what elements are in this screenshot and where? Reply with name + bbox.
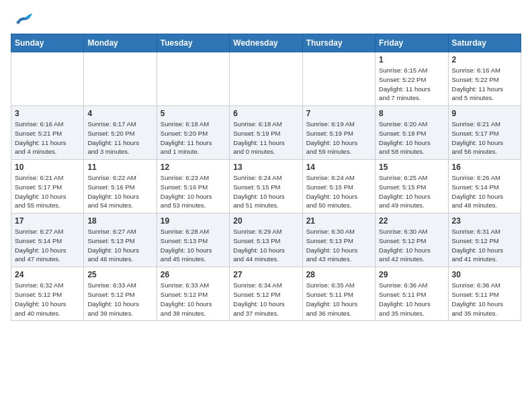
day-info: Sunrise: 6:36 AM Sunset: 5:11 PM Dayligh… <box>452 281 517 318</box>
day-info: Sunrise: 6:32 AM Sunset: 5:12 PM Dayligh… <box>15 281 80 318</box>
calendar-day-29: 29Sunrise: 6:36 AM Sunset: 5:11 PM Dayli… <box>375 267 448 321</box>
calendar-day-3: 3Sunrise: 6:16 AM Sunset: 5:21 PM Daylig… <box>11 106 84 160</box>
day-number: 10 <box>15 163 80 172</box>
day-info: Sunrise: 6:31 AM Sunset: 5:12 PM Dayligh… <box>452 227 517 264</box>
day-number: 30 <box>452 270 517 279</box>
day-number: 16 <box>452 163 517 172</box>
day-number: 11 <box>87 163 152 172</box>
day-number: 26 <box>161 270 226 279</box>
day-number: 13 <box>233 163 298 172</box>
day-info: Sunrise: 6:22 AM Sunset: 5:16 PM Dayligh… <box>87 173 152 210</box>
day-info: Sunrise: 6:27 AM Sunset: 5:13 PM Dayligh… <box>87 227 152 264</box>
day-number: 20 <box>233 216 298 226</box>
day-number: 27 <box>233 270 298 279</box>
calendar-day-18: 18Sunrise: 6:27 AM Sunset: 5:13 PM Dayli… <box>84 214 157 267</box>
day-number: 15 <box>379 163 444 172</box>
weekday-header-wednesday: Wednesday <box>230 34 302 52</box>
day-number: 24 <box>15 270 80 279</box>
day-number: 3 <box>15 109 80 118</box>
day-number: 12 <box>161 163 226 172</box>
day-info: Sunrise: 6:28 AM Sunset: 5:13 PM Dayligh… <box>161 227 226 264</box>
calendar-day-1: 1Sunrise: 6:15 AM Sunset: 5:22 PM Daylig… <box>375 52 448 106</box>
day-info: Sunrise: 6:33 AM Sunset: 5:12 PM Dayligh… <box>87 281 152 318</box>
calendar-day-10: 10Sunrise: 6:21 AM Sunset: 5:17 PM Dayli… <box>11 160 84 214</box>
day-info: Sunrise: 6:23 AM Sunset: 5:16 PM Dayligh… <box>161 173 226 210</box>
calendar-day-21: 21Sunrise: 6:30 AM Sunset: 5:13 PM Dayli… <box>302 214 375 267</box>
day-number: 22 <box>379 216 444 226</box>
day-number: 4 <box>87 109 152 118</box>
header <box>11 11 521 26</box>
calendar-day-24: 24Sunrise: 6:32 AM Sunset: 5:12 PM Dayli… <box>11 267 84 321</box>
day-info: Sunrise: 6:33 AM Sunset: 5:12 PM Dayligh… <box>161 281 226 318</box>
calendar-day-17: 17Sunrise: 6:27 AM Sunset: 5:14 PM Dayli… <box>11 214 84 267</box>
day-number: 18 <box>87 216 152 226</box>
logo-bird-icon <box>13 11 32 26</box>
calendar-day-6: 6Sunrise: 6:18 AM Sunset: 5:19 PM Daylig… <box>230 106 302 160</box>
day-info: Sunrise: 6:36 AM Sunset: 5:11 PM Dayligh… <box>379 281 444 318</box>
calendar-week-5: 24Sunrise: 6:32 AM Sunset: 5:12 PM Dayli… <box>11 267 521 321</box>
calendar-week-2: 3Sunrise: 6:16 AM Sunset: 5:21 PM Daylig… <box>11 106 521 160</box>
day-info: Sunrise: 6:18 AM Sunset: 5:20 PM Dayligh… <box>161 120 226 156</box>
calendar-day-19: 19Sunrise: 6:28 AM Sunset: 5:13 PM Dayli… <box>157 214 229 267</box>
day-number: 14 <box>306 163 371 172</box>
calendar-day-2: 2Sunrise: 6:16 AM Sunset: 5:22 PM Daylig… <box>448 52 521 106</box>
day-number: 28 <box>306 270 371 279</box>
day-number: 5 <box>161 109 226 118</box>
day-number: 19 <box>161 216 226 226</box>
calendar-day-22: 22Sunrise: 6:30 AM Sunset: 5:12 PM Dayli… <box>375 214 448 267</box>
day-info: Sunrise: 6:15 AM Sunset: 5:22 PM Dayligh… <box>379 66 444 103</box>
calendar-day-26: 26Sunrise: 6:33 AM Sunset: 5:12 PM Dayli… <box>157 267 229 321</box>
day-number: 1 <box>379 55 444 64</box>
day-info: Sunrise: 6:34 AM Sunset: 5:12 PM Dayligh… <box>233 281 298 318</box>
calendar-day-empty <box>84 52 157 106</box>
logo-text <box>11 11 34 26</box>
day-info: Sunrise: 6:18 AM Sunset: 5:19 PM Dayligh… <box>233 120 298 156</box>
day-info: Sunrise: 6:26 AM Sunset: 5:14 PM Dayligh… <box>452 173 517 210</box>
day-number: 6 <box>233 109 298 118</box>
calendar-day-empty <box>157 52 229 106</box>
calendar-day-9: 9Sunrise: 6:21 AM Sunset: 5:17 PM Daylig… <box>448 106 521 160</box>
calendar-week-4: 17Sunrise: 6:27 AM Sunset: 5:14 PM Dayli… <box>11 214 521 267</box>
weekday-header-tuesday: Tuesday <box>157 34 229 52</box>
day-number: 7 <box>306 109 371 118</box>
calendar-day-28: 28Sunrise: 6:35 AM Sunset: 5:11 PM Dayli… <box>302 267 375 321</box>
calendar-day-16: 16Sunrise: 6:26 AM Sunset: 5:14 PM Dayli… <box>448 160 521 214</box>
day-info: Sunrise: 6:30 AM Sunset: 5:12 PM Dayligh… <box>379 227 444 264</box>
calendar-day-23: 23Sunrise: 6:31 AM Sunset: 5:12 PM Dayli… <box>448 214 521 267</box>
calendar-day-20: 20Sunrise: 6:29 AM Sunset: 5:13 PM Dayli… <box>230 214 302 267</box>
day-info: Sunrise: 6:35 AM Sunset: 5:11 PM Dayligh… <box>306 281 371 318</box>
calendar-day-empty <box>230 52 302 106</box>
day-number: 21 <box>306 216 371 226</box>
day-number: 8 <box>379 109 444 118</box>
day-number: 23 <box>452 216 517 226</box>
calendar-day-25: 25Sunrise: 6:33 AM Sunset: 5:12 PM Dayli… <box>84 267 157 321</box>
weekday-header-saturday: Saturday <box>448 34 521 52</box>
day-info: Sunrise: 6:20 AM Sunset: 5:18 PM Dayligh… <box>379 120 444 156</box>
day-info: Sunrise: 6:21 AM Sunset: 5:17 PM Dayligh… <box>452 120 517 156</box>
calendar-week-1: 1Sunrise: 6:15 AM Sunset: 5:22 PM Daylig… <box>11 52 521 106</box>
calendar-table: SundayMondayTuesdayWednesdayThursdayFrid… <box>11 34 521 321</box>
day-info: Sunrise: 6:19 AM Sunset: 5:19 PM Dayligh… <box>306 120 371 156</box>
day-number: 29 <box>379 270 444 279</box>
calendar-day-empty <box>302 52 375 106</box>
day-info: Sunrise: 6:24 AM Sunset: 5:15 PM Dayligh… <box>306 173 371 210</box>
logo <box>11 11 34 26</box>
day-info: Sunrise: 6:24 AM Sunset: 5:15 PM Dayligh… <box>233 173 298 210</box>
calendar-day-13: 13Sunrise: 6:24 AM Sunset: 5:15 PM Dayli… <box>230 160 302 214</box>
day-info: Sunrise: 6:21 AM Sunset: 5:17 PM Dayligh… <box>15 173 80 210</box>
day-info: Sunrise: 6:29 AM Sunset: 5:13 PM Dayligh… <box>233 227 298 264</box>
day-info: Sunrise: 6:16 AM Sunset: 5:21 PM Dayligh… <box>15 120 80 156</box>
calendar-day-8: 8Sunrise: 6:20 AM Sunset: 5:18 PM Daylig… <box>375 106 448 160</box>
calendar-day-27: 27Sunrise: 6:34 AM Sunset: 5:12 PM Dayli… <box>230 267 302 321</box>
page: SundayMondayTuesdayWednesdayThursdayFrid… <box>0 0 532 328</box>
weekday-header-sunday: Sunday <box>11 34 84 52</box>
day-info: Sunrise: 6:25 AM Sunset: 5:15 PM Dayligh… <box>379 173 444 210</box>
calendar-week-3: 10Sunrise: 6:21 AM Sunset: 5:17 PM Dayli… <box>11 160 521 214</box>
weekday-header-friday: Friday <box>375 34 448 52</box>
calendar-day-30: 30Sunrise: 6:36 AM Sunset: 5:11 PM Dayli… <box>448 267 521 321</box>
day-number: 25 <box>87 270 152 279</box>
day-info: Sunrise: 6:17 AM Sunset: 5:20 PM Dayligh… <box>87 120 152 156</box>
calendar-day-4: 4Sunrise: 6:17 AM Sunset: 5:20 PM Daylig… <box>84 106 157 160</box>
day-number: 2 <box>452 55 517 64</box>
calendar-day-11: 11Sunrise: 6:22 AM Sunset: 5:16 PM Dayli… <box>84 160 157 214</box>
